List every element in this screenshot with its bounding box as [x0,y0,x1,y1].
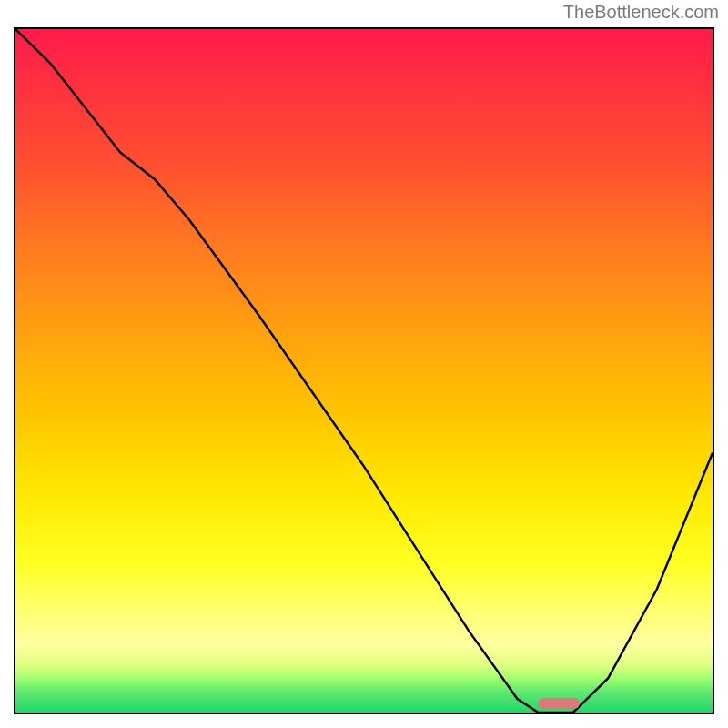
optimal-zone-marker [538,698,581,709]
plot-area [14,27,714,714]
watermark-text: TheBottleneck.com [563,2,719,23]
bottleneck-curve [15,29,713,713]
